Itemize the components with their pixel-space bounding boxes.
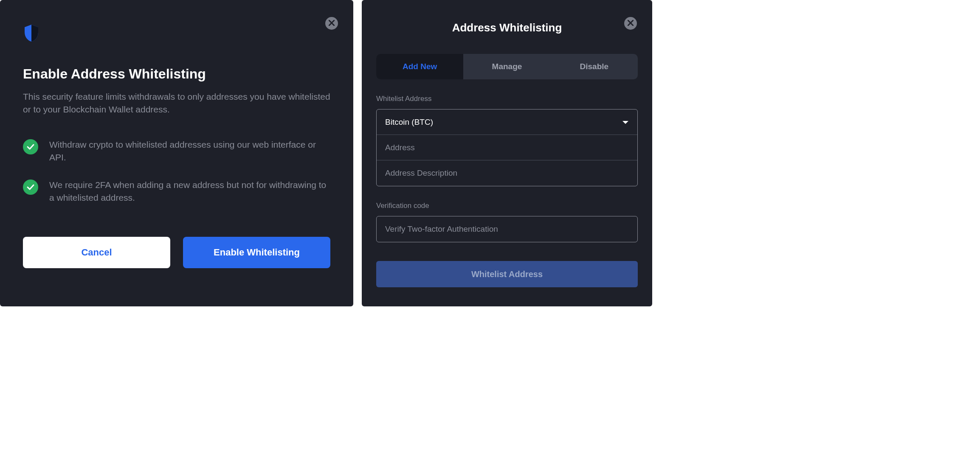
feature-text: Withdraw crypto to whitelisted addresses… [49,138,330,164]
dialog-description: This security feature limits withdrawals… [23,90,330,116]
dialog-actions: Cancel Enable Whitelisting [23,237,330,268]
coin-select[interactable]: Bitcoin (BTC) [377,109,637,135]
address-input[interactable] [377,135,637,160]
feature-text: We require 2FA when adding a new address… [49,179,330,205]
enable-whitelisting-button[interactable]: Enable Whitelisting [183,237,330,268]
tab-add-new[interactable]: Add New [376,54,463,79]
tab-bar: Add New Manage Disable [376,54,638,79]
whitelist-address-button[interactable]: Whitelist Address [376,261,638,287]
close-icon [329,20,335,27]
check-icon [23,180,38,195]
chevron-down-icon [622,118,629,127]
close-icon [628,20,634,27]
feature-item: We require 2FA when adding a new address… [23,179,330,205]
check-icon [23,139,38,154]
verification-code-label: Verification code [376,202,638,210]
shield-icon [23,24,330,42]
verification-field [376,216,638,242]
verification-code-input[interactable] [377,216,637,242]
close-button[interactable] [624,17,637,30]
feature-list: Withdraw crypto to whitelisted addresses… [23,138,330,205]
cancel-button[interactable]: Cancel [23,237,170,268]
dialog-title: Enable Address Whitelisting [23,66,330,82]
feature-item: Withdraw crypto to whitelisted addresses… [23,138,330,164]
close-button[interactable] [325,17,338,30]
enable-whitelisting-dialog: Enable Address Whitelisting This securit… [0,0,353,306]
tab-manage[interactable]: Manage [463,54,550,79]
whitelist-address-label: Whitelist Address [376,95,638,103]
panel-title: Address Whitelisting [376,21,638,34]
whitelist-field-group: Bitcoin (BTC) [376,109,638,186]
tab-disable[interactable]: Disable [551,54,638,79]
coin-select-value: Bitcoin (BTC) [385,118,433,127]
address-whitelisting-panel: Address Whitelisting Add New Manage Disa… [362,0,652,306]
address-description-input[interactable] [377,160,637,186]
